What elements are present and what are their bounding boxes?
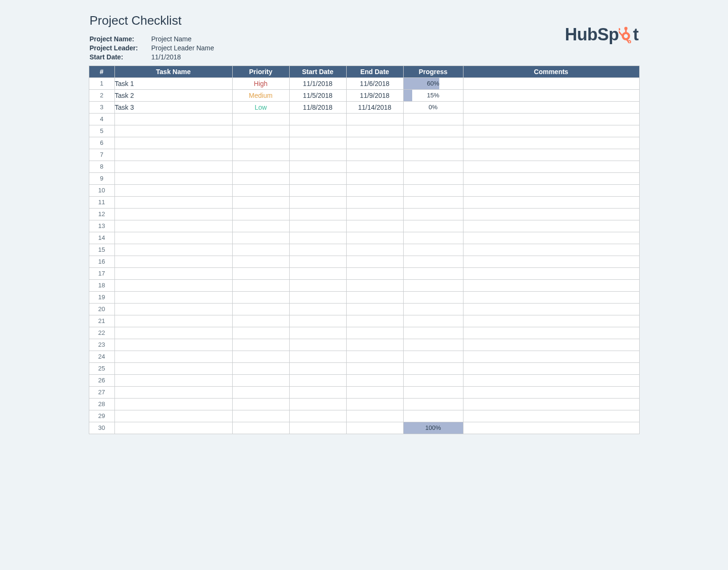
progress-cell[interactable] [403,303,463,315]
end-date-cell[interactable] [346,386,403,398]
priority-cell[interactable] [232,172,289,184]
comments-cell[interactable] [463,101,639,113]
comments-cell[interactable] [463,267,639,279]
priority-cell[interactable] [232,232,289,244]
start-date-cell[interactable] [289,125,346,137]
priority-cell[interactable] [232,303,289,315]
end-date-cell[interactable] [346,125,403,137]
priority-cell[interactable]: Low [232,101,289,113]
end-date-cell[interactable] [346,208,403,220]
priority-cell[interactable] [232,125,289,137]
progress-cell[interactable] [403,184,463,196]
priority-cell[interactable] [232,113,289,125]
end-date-cell[interactable]: 11/14/2018 [346,101,403,113]
progress-cell[interactable] [403,208,463,220]
start-date-cell[interactable] [289,351,346,362]
comments-cell[interactable] [463,196,639,208]
progress-cell[interactable] [403,374,463,386]
progress-cell[interactable] [403,386,463,398]
task-name-cell[interactable] [114,291,232,303]
progress-cell[interactable] [403,220,463,232]
comments-cell[interactable] [463,362,639,374]
comments-cell[interactable] [463,303,639,315]
meta-project-leader-value[interactable]: Project Leader Name [151,44,214,53]
comments-cell[interactable] [463,125,639,137]
priority-cell[interactable] [232,184,289,196]
task-name-cell[interactable]: Task 3 [114,101,232,113]
end-date-cell[interactable] [346,422,403,434]
end-date-cell[interactable] [346,113,403,125]
task-name-cell[interactable] [114,256,232,267]
priority-cell[interactable] [232,279,289,291]
progress-cell[interactable] [403,244,463,256]
progress-cell[interactable]: 60% [403,77,463,89]
start-date-cell[interactable] [289,410,346,422]
progress-cell[interactable] [403,232,463,244]
task-name-cell[interactable] [114,267,232,279]
end-date-cell[interactable] [346,184,403,196]
start-date-cell[interactable] [289,267,346,279]
task-name-cell[interactable] [114,161,232,172]
progress-cell[interactable] [403,172,463,184]
priority-cell[interactable] [232,422,289,434]
task-name-cell[interactable] [114,149,232,161]
start-date-cell[interactable] [289,422,346,434]
end-date-cell[interactable] [346,220,403,232]
start-date-cell[interactable] [289,279,346,291]
end-date-cell[interactable] [346,172,403,184]
comments-cell[interactable] [463,77,639,89]
start-date-cell[interactable] [289,362,346,374]
comments-cell[interactable] [463,89,639,101]
task-name-cell[interactable] [114,125,232,137]
start-date-cell[interactable] [289,172,346,184]
end-date-cell[interactable]: 11/9/2018 [346,89,403,101]
progress-cell[interactable] [403,291,463,303]
comments-cell[interactable] [463,339,639,351]
priority-cell[interactable] [232,386,289,398]
progress-cell[interactable] [403,196,463,208]
comments-cell[interactable] [463,149,639,161]
task-name-cell[interactable] [114,327,232,339]
progress-cell[interactable] [403,351,463,362]
start-date-cell[interactable]: 11/1/2018 [289,77,346,89]
task-name-cell[interactable] [114,374,232,386]
progress-cell[interactable] [403,398,463,410]
start-date-cell[interactable] [289,149,346,161]
comments-cell[interactable] [463,374,639,386]
progress-cell[interactable] [403,149,463,161]
end-date-cell[interactable] [346,374,403,386]
end-date-cell[interactable] [346,196,403,208]
task-name-cell[interactable] [114,244,232,256]
start-date-cell[interactable] [289,137,346,149]
end-date-cell[interactable] [346,244,403,256]
start-date-cell[interactable] [289,386,346,398]
end-date-cell[interactable] [346,291,403,303]
end-date-cell[interactable] [346,315,403,327]
progress-cell[interactable] [403,279,463,291]
end-date-cell[interactable] [346,149,403,161]
progress-cell[interactable] [403,315,463,327]
priority-cell[interactable]: Medium [232,89,289,101]
end-date-cell[interactable] [346,351,403,362]
end-date-cell[interactable] [346,339,403,351]
task-name-cell[interactable] [114,315,232,327]
start-date-cell[interactable] [289,184,346,196]
priority-cell[interactable] [232,196,289,208]
progress-cell[interactable]: 100% [403,422,463,434]
task-name-cell[interactable] [114,339,232,351]
priority-cell[interactable] [232,256,289,267]
priority-cell[interactable]: High [232,77,289,89]
meta-start-date-value[interactable]: 11/1/2018 [151,53,181,62]
task-name-cell[interactable] [114,196,232,208]
start-date-cell[interactable] [289,113,346,125]
comments-cell[interactable] [463,386,639,398]
end-date-cell[interactable] [346,279,403,291]
comments-cell[interactable] [463,422,639,434]
start-date-cell[interactable] [289,196,346,208]
priority-cell[interactable] [232,374,289,386]
progress-cell[interactable] [403,267,463,279]
progress-cell[interactable] [403,410,463,422]
task-name-cell[interactable]: Task 1 [114,77,232,89]
task-name-cell[interactable] [114,410,232,422]
task-name-cell[interactable] [114,232,232,244]
